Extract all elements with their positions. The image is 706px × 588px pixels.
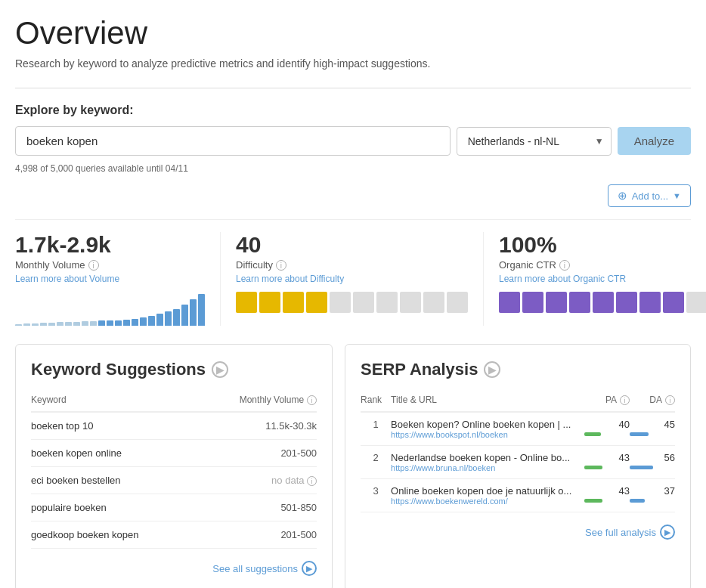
see-full-row: See full analysis ▶ <box>361 525 675 540</box>
difficulty-info-icon[interactable]: i <box>276 260 286 271</box>
serp-table: Rank Title & URL PA i DA i <box>361 395 675 512</box>
da-th-info-icon[interactable]: i <box>665 395 675 405</box>
volume-bar <box>156 314 163 326</box>
title-url-cell: Nederlandse boeken kopen - Online bo...h… <box>391 446 584 479</box>
keyword-cell[interactable]: boeken top 10 <box>31 412 197 440</box>
pa-value: 43 <box>584 452 630 463</box>
volume-bar <box>23 323 30 326</box>
difficulty-learn-more[interactable]: Learn more about Difficulty <box>236 274 468 284</box>
country-select[interactable]: Netherlands - nl-NL United States - en-U… <box>457 127 612 156</box>
pa-bar <box>584 466 602 469</box>
ctr-square <box>616 292 637 313</box>
pa-col-header: PA i <box>584 395 630 412</box>
add-to-button[interactable]: ⊕ Add to... ▼ <box>608 184 691 207</box>
volume-chart <box>15 292 205 326</box>
metric-volume: 1.7k-2.9k Monthly Volume i Learn more ab… <box>15 232 221 326</box>
da-col-header: DA i <box>630 395 675 412</box>
ctr-info-icon[interactable]: i <box>559 260 570 271</box>
serp-title: Nederlandse boeken kopen - Online bo... <box>391 452 584 463</box>
difficulty-square <box>306 292 327 313</box>
serp-url[interactable]: https://www.boekenwereld.com/ <box>391 497 584 506</box>
see-all-row: See all suggestions ▶ <box>31 561 317 576</box>
add-to-row: ⊕ Add to... ▼ <box>15 184 691 207</box>
keyword-cell[interactable]: goedkoop boeken kopen <box>31 521 197 549</box>
difficulty-label: Difficulty i <box>236 259 468 271</box>
volume-info-icon[interactable]: i <box>88 260 99 271</box>
volume-bar <box>15 324 22 326</box>
volume-cell: 201-500 <box>197 521 317 549</box>
keyword-cell[interactable]: boeken kopen online <box>31 440 197 467</box>
metric-ctr: 100% Organic CTR i Learn more about Orga… <box>484 232 706 326</box>
difficulty-square <box>376 292 398 313</box>
volume-th-info-icon[interactable]: i <box>307 395 317 405</box>
volume-cell: 201-500 <box>197 440 317 467</box>
keyword-suggestions-table: Keyword Monthly Volume i boeken top 1011… <box>31 395 317 549</box>
title-url-cell: Boeken kopen? Online boeken kopen | ...h… <box>391 412 584 446</box>
difficulty-square <box>447 292 468 313</box>
no-data-info-icon[interactable]: i <box>307 476 317 486</box>
add-to-chevron-icon: ▼ <box>673 191 681 200</box>
pa-cell: 40 <box>584 412 630 446</box>
difficulty-value: 40 <box>236 232 468 258</box>
volume-cell: no data i <box>197 467 317 494</box>
page-title: Overview <box>15 15 691 51</box>
difficulty-square <box>236 292 257 313</box>
see-all-link[interactable]: See all suggestions ▶ <box>212 561 317 576</box>
table-row: populaire boeken501-850 <box>31 494 317 521</box>
ctr-square <box>593 292 614 313</box>
see-full-arrow-icon: ▶ <box>660 525 675 540</box>
difficulty-square <box>400 292 421 313</box>
da-bar <box>630 432 649 436</box>
keyword-cell[interactable]: eci boeken bestellen <box>31 467 197 494</box>
pa-cell: 43 <box>584 446 630 479</box>
rank-cell: 2 <box>361 446 391 479</box>
volume-bar <box>73 322 80 326</box>
difficulty-square <box>259 292 280 313</box>
da-value: 56 <box>630 452 675 463</box>
ctr-learn-more[interactable]: Learn more about Organic CTR <box>499 274 706 284</box>
volume-bar <box>190 299 197 326</box>
volume-bar <box>198 294 205 326</box>
table-row: boeken kopen online201-500 <box>31 440 317 467</box>
volume-bar <box>115 320 122 326</box>
pa-bar <box>584 499 602 503</box>
title-url-col-header: Title & URL <box>391 395 584 412</box>
ctr-square <box>569 292 590 313</box>
metrics-row: 1.7k-2.9k Monthly Volume i Learn more ab… <box>15 219 691 326</box>
keyword-suggestions-title: Keyword Suggestions ▶ <box>31 360 317 379</box>
volume-learn-more[interactable]: Learn more about Volume <box>15 274 205 284</box>
da-value: 45 <box>630 419 675 430</box>
volume-label: Monthly Volume i <box>15 259 205 271</box>
volume-bar <box>181 305 188 326</box>
see-all-arrow-icon: ▶ <box>302 561 317 576</box>
da-cell: 45 <box>630 412 675 446</box>
difficulty-square <box>423 292 444 313</box>
serp-url[interactable]: https://www.bookspot.nl/boeken <box>391 430 584 439</box>
rank-col-header: Rank <box>361 395 391 412</box>
keyword-cell[interactable]: populaire boeken <box>31 494 197 521</box>
country-select-wrapper: Netherlands - nl-NL United States - en-U… <box>457 127 612 156</box>
volume-bar <box>123 320 130 326</box>
keyword-suggestions-nav-icon[interactable]: ▶ <box>212 361 228 378</box>
serp-url[interactable]: https://www.bruna.nl/boeken <box>391 463 584 472</box>
ctr-square <box>663 292 684 313</box>
volume-bar <box>173 309 180 326</box>
serp-title: Online boeken kopen doe je natuurlijk o.… <box>391 485 584 497</box>
volume-bar <box>82 321 88 326</box>
volume-bar <box>165 311 172 326</box>
see-full-link[interactable]: See full analysis ▶ <box>585 525 675 540</box>
ctr-square <box>686 292 706 313</box>
difficulty-square <box>330 292 351 313</box>
serp-analysis-nav-icon[interactable]: ▶ <box>484 361 500 378</box>
serp-title: Boeken kopen? Online boeken kopen | ... <box>391 419 584 430</box>
keyword-input[interactable]: boeken kopen <box>15 126 451 156</box>
volume-bar <box>65 322 72 326</box>
volume-col-header: Monthly Volume i <box>197 395 317 412</box>
volume-bar <box>90 321 97 326</box>
ctr-square <box>522 292 543 313</box>
analyze-button[interactable]: Analyze <box>618 127 691 155</box>
pa-th-info-icon[interactable]: i <box>620 395 630 405</box>
table-row: goedkoop boeken kopen201-500 <box>31 521 317 549</box>
serp-analysis-title: SERP Analysis ▶ <box>361 360 675 379</box>
table-row: 2Nederlandse boeken kopen - Online bo...… <box>361 446 675 479</box>
